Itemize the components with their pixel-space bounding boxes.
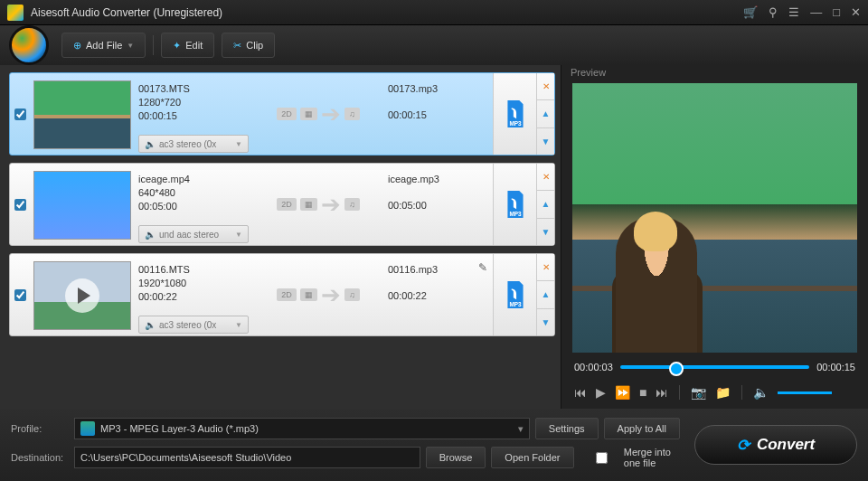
svg-text:MP3: MP3	[509, 120, 522, 127]
output-duration: 00:00:22	[388, 289, 489, 303]
next-button[interactable]: ⏭	[656, 385, 668, 400]
arrow-right-icon: ➔	[321, 191, 341, 219]
edit-button[interactable]: ✦ Edit	[161, 33, 214, 58]
item-resolution: 1920*1080	[138, 277, 249, 290]
minimize-icon[interactable]: —	[810, 5, 822, 19]
browse-button[interactable]: Browse	[426, 447, 486, 468]
open-folder-button[interactable]: Open Folder	[491, 447, 573, 468]
move-down-button[interactable]: ▼	[537, 128, 554, 155]
move-up-button[interactable]: ▲	[537, 191, 554, 218]
move-up-button[interactable]: ▲	[537, 100, 554, 127]
chevron-down-icon: ▼	[235, 137, 242, 151]
svg-text:MP3: MP3	[509, 301, 522, 307]
arrow-right-icon: ➔	[321, 100, 341, 128]
close-icon[interactable]: ✕	[851, 5, 861, 19]
item-checkbox[interactable]	[14, 289, 26, 301]
item-thumbnail[interactable]	[33, 80, 131, 149]
edit-icon: ✦	[173, 40, 181, 52]
remove-item-button[interactable]: ✕	[537, 73, 554, 100]
svg-text:MP3: MP3	[509, 211, 522, 217]
file-item[interactable]: 00173.MTS1280*72000:00:15🔈ac3 stereo (0x…	[9, 72, 555, 156]
output-format-button[interactable]: MP3	[493, 164, 536, 245]
destination-value: C:\Users\PC\Documents\Aiseesoft Studio\V…	[80, 452, 291, 463]
conversion-arrow: 2D▦➔♫	[252, 164, 384, 245]
prev-button[interactable]: ⏮	[574, 385, 587, 400]
window-title: Aisesoft Audio Converter (Unregistered)	[31, 6, 743, 19]
note-icon: ♫	[344, 288, 360, 301]
volume-icon[interactable]: 🔈	[753, 385, 769, 400]
separator	[153, 35, 154, 55]
move-up-button[interactable]: ▲	[537, 281, 554, 308]
file-item[interactable]: 00116.MTS1920*108000:00:22🔈ac3 stereo (0…	[9, 253, 555, 336]
move-down-button[interactable]: ▼	[537, 309, 554, 335]
item-check[interactable]	[10, 254, 30, 335]
volume-slider[interactable]	[778, 391, 832, 394]
profile-label: Profile:	[11, 423, 69, 434]
speaker-icon: 🔈	[145, 137, 156, 151]
edit-icon[interactable]: ✎	[478, 261, 487, 275]
film-icon: ▦	[300, 198, 317, 211]
menu-icon[interactable]: ☰	[788, 5, 799, 19]
item-reorder: ✕▲▼	[536, 73, 554, 155]
open-folder-button[interactable]: 📁	[715, 385, 731, 400]
item-thumbnail[interactable]	[33, 171, 131, 240]
item-thumbnail[interactable]	[33, 261, 131, 330]
maximize-icon[interactable]: □	[833, 5, 840, 19]
preview-total-time: 00:00:15	[816, 362, 855, 373]
stop-button[interactable]: ■	[639, 385, 646, 400]
chevron-down-icon: ▾	[518, 423, 524, 435]
item-audio-select[interactable]: 🔈ac3 stereo (0x▼	[138, 135, 249, 153]
cart-icon[interactable]: 🛒	[743, 5, 758, 19]
output-format-button[interactable]: MP3	[493, 73, 536, 155]
profile-select[interactable]: MP3 - MPEG Layer-3 Audio (*.mp3) ▾	[74, 418, 530, 439]
settings-button[interactable]: Settings	[535, 418, 599, 439]
output-format-button[interactable]: MP3	[493, 254, 536, 335]
play-icon[interactable]	[65, 278, 99, 313]
item-meta: iceage.mp4640*48000:05:00🔈und aac stereo…	[135, 164, 252, 245]
item-audio-select[interactable]: 🔈ac3 stereo (0x▼	[138, 316, 249, 334]
destination-input[interactable]: C:\Users\PC\Documents\Aiseesoft Studio\V…	[74, 447, 420, 468]
preview-current-time: 00:00:03	[574, 362, 613, 373]
item-audio-track: ac3 stereo (0x	[159, 318, 216, 332]
preview-timebar: 00:00:03 00:00:15	[561, 353, 868, 382]
add-file-button[interactable]: ⊕ Add File ▼	[61, 33, 146, 58]
item-check[interactable]	[10, 73, 30, 155]
item-checkbox[interactable]	[14, 108, 26, 120]
item-output: ✎00116.mp300:00:22	[384, 254, 493, 335]
merge-checkbox[interactable]: Merge into one file	[583, 447, 681, 468]
item-check[interactable]	[10, 164, 30, 245]
add-file-label: Add File	[86, 40, 122, 51]
merge-checkbox-input[interactable]	[583, 452, 620, 464]
preview-seek-slider[interactable]	[620, 365, 809, 369]
item-duration: 00:00:22	[138, 290, 249, 304]
fast-forward-button[interactable]: ⏩	[615, 385, 630, 400]
key-icon[interactable]: ⚲	[769, 5, 778, 19]
clip-button[interactable]: ✂ Clip	[222, 33, 275, 58]
note-icon: ♫	[344, 108, 360, 120]
item-output: 00173.mp300:00:15	[384, 73, 493, 155]
item-checkbox[interactable]	[14, 199, 26, 211]
file-item[interactable]: iceage.mp4640*48000:05:00🔈und aac stereo…	[9, 163, 555, 246]
item-output: iceage.mp300:05:00	[384, 164, 493, 245]
play-button[interactable]: ▶	[596, 385, 606, 400]
badge-2d: 2D	[277, 288, 297, 301]
divider	[679, 385, 680, 400]
preview-figure	[616, 217, 697, 353]
preview-pane: Preview 00:00:03 00:00:15 ⏮ ▶ ⏩ ■ ⏭ 📷 📁 …	[561, 65, 868, 409]
item-audio-select[interactable]: 🔈und aac stereo▼	[138, 225, 249, 243]
convert-button[interactable]: ⟳ Convert	[694, 425, 857, 465]
bottom-bar: Profile: MP3 - MPEG Layer-3 Audio (*.mp3…	[0, 409, 868, 481]
output-filename: 00116.mp3	[388, 263, 489, 277]
titlebar: Aisesoft Audio Converter (Unregistered) …	[0, 0, 868, 25]
remove-item-button[interactable]: ✕	[537, 254, 554, 281]
output-filename: iceage.mp3	[388, 173, 489, 186]
merge-label: Merge into one file	[624, 447, 680, 468]
apply-all-button[interactable]: Apply to All	[604, 418, 680, 439]
item-reorder: ✕▲▼	[536, 164, 554, 245]
remove-item-button[interactable]: ✕	[537, 164, 554, 191]
item-resolution: 1280*720	[138, 96, 249, 109]
move-down-button[interactable]: ▼	[537, 219, 554, 245]
item-reorder: ✕▲▼	[536, 254, 554, 335]
snapshot-button[interactable]: 📷	[691, 385, 706, 400]
main-area: 00173.MTS1280*72000:00:15🔈ac3 stereo (0x…	[0, 65, 868, 409]
